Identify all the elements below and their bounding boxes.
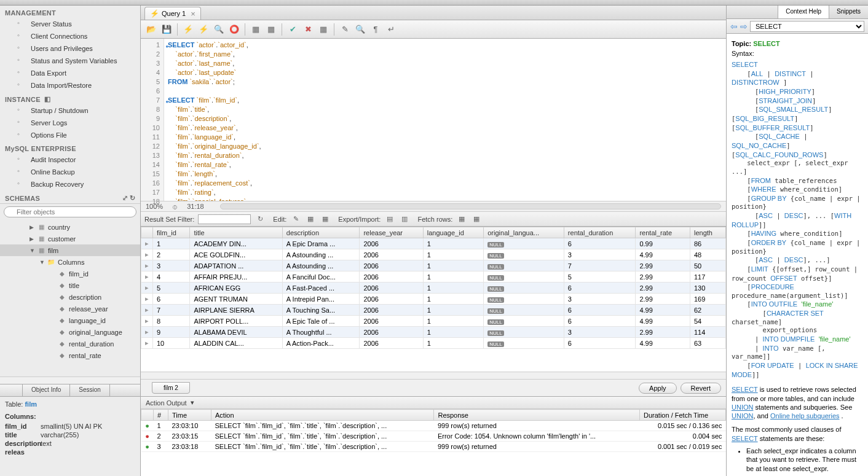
column-header[interactable]: original_langua... [484, 227, 564, 238]
apply-button[interactable]: Apply [639, 383, 677, 394]
nav-item[interactable]: ◦Server Logs [0, 117, 140, 129]
help-link-union2[interactable]: UNION [732, 412, 753, 419]
result-grid[interactable]: film_idtitledescriptionrelease_yearlangu… [141, 227, 726, 372]
query-tab[interactable]: ⚡ Query 1 × [144, 7, 201, 20]
explain-icon[interactable]: 🔍 [212, 23, 226, 36]
column-header[interactable]: release_year [360, 227, 423, 238]
revert-button[interactable]: Revert [681, 383, 721, 394]
object-info-pane: Table: film Columns: film_idsmallint(5) … [0, 396, 140, 476]
management-header: MANAGEMENT [0, 6, 140, 18]
refresh-icon[interactable]: ↻ [130, 194, 135, 202]
nav-item[interactable]: ◦Startup / Shutdown [0, 104, 140, 117]
nav-item[interactable]: ◦Backup Recovery [0, 178, 140, 190]
tree-column[interactable]: ◆title [0, 279, 140, 291]
tree-column[interactable]: ◆language_id [0, 314, 140, 326]
tree-table[interactable]: ▶▦customer [0, 233, 140, 244]
table-row[interactable]: ▸2ACE GOLDFIN...A Astounding ...20061NUL… [141, 249, 726, 260]
nav-fwd-icon[interactable]: ⇨ [740, 21, 748, 31]
schema-filter-input[interactable] [4, 206, 136, 217]
column-header[interactable]: description [282, 227, 360, 238]
cancel-icon[interactable]: ✖ [301, 23, 315, 36]
tab-object-info[interactable]: Object Info [22, 384, 70, 396]
action-row[interactable]: ●323:03:18SELECT `film`.`film_id`, `film… [141, 442, 726, 452]
invisible-icon[interactable]: ↵ [384, 23, 398, 36]
bolt-icon: ⚡ [150, 9, 159, 18]
help-link-select[interactable]: SELECT [732, 386, 758, 393]
tree-table[interactable]: ▶▦country [0, 221, 140, 233]
save-icon[interactable]: 💾 [160, 23, 173, 36]
table-row[interactable]: ▸8AIRPORT POLL...A Epic Tale of ...20061… [141, 316, 726, 327]
column-header[interactable]: rental_duration [564, 227, 636, 238]
autocommit-icon[interactable]: ✔ [286, 23, 299, 36]
dropdown-icon[interactable]: ▾ [191, 399, 194, 407]
sql-editor[interactable]: 123456789101112131415161718 SELECT `acto… [141, 39, 726, 201]
export-icon[interactable]: ▤ [384, 214, 395, 225]
table-row[interactable]: ▸6AGENT TRUMANA Intrepid Pan...20061NULL… [141, 294, 726, 305]
result-tab[interactable]: film 2 [152, 382, 190, 394]
table-row[interactable]: ▸3ADAPTATION ...A Astounding ...20061NUL… [141, 260, 726, 271]
table-row[interactable]: ▸10ALADDIN CAL...A Action-Pack...20061NU… [141, 338, 726, 349]
tree-table[interactable]: ▼▦film [0, 244, 140, 256]
action-row[interactable]: ●123:03:10SELECT `film`.`film_id`, `film… [141, 421, 726, 431]
navigator-panel: MANAGEMENT ◦Server Status◦Client Connect… [0, 6, 141, 476]
table-row[interactable]: ▸4AFFAIR PREJU...A Fanciful Doc...20061N… [141, 271, 726, 283]
rollback-icon[interactable]: ▦ [264, 23, 278, 36]
beautify-icon[interactable]: ✎ [338, 23, 352, 36]
close-icon[interactable]: × [191, 9, 195, 18]
help-link-subqueries[interactable]: Online help subqueries [770, 412, 840, 419]
stop-icon[interactable]: ⭕ [227, 23, 241, 36]
nav-item[interactable]: ◦Data Export [0, 67, 140, 79]
execute-icon[interactable]: ⚡ [181, 23, 195, 36]
column-header[interactable]: length [690, 227, 725, 238]
nav-item[interactable]: ◦Status and System Variables [0, 55, 140, 67]
fetch-all-icon[interactable]: ▦ [471, 214, 482, 225]
tree-column[interactable]: ◆rental_rate [0, 349, 140, 361]
tree-column[interactable]: ◆rental_duration [0, 338, 140, 349]
help-topic-select[interactable]: SELECT [750, 21, 864, 32]
fetch-next-icon[interactable]: ▦ [456, 214, 467, 225]
table-row[interactable]: ▸7AIRPLANE SIERRAA Touching Sa...20061NU… [141, 305, 726, 316]
edit-icon[interactable]: ✎ [290, 214, 301, 225]
table-row[interactable]: ▸5AFRICAN EGGA Fast-Paced ...20061NULL62… [141, 283, 726, 294]
nav-item[interactable]: ◦Data Import/Restore [0, 79, 140, 92]
nav-item[interactable]: ◦Audit Inspector [0, 154, 140, 166]
find-icon[interactable]: 🔍 [353, 23, 367, 36]
nav-item[interactable]: ◦Client Connections [0, 30, 140, 42]
schema-tree[interactable]: ▶▦country▶▦customer▼▦film▼📁Columns◆film_… [0, 220, 140, 377]
table-row[interactable]: ▸1ACADEMY DIN...A Epic Drama ...20061NUL… [141, 238, 726, 249]
delete-row-icon[interactable]: ▦ [320, 214, 331, 225]
nav-item[interactable]: ◦Users and Privileges [0, 42, 140, 55]
help-link-union[interactable]: UNION [732, 404, 753, 411]
nav-item[interactable]: ◦Online Backup [0, 166, 140, 178]
action-row[interactable]: ●223:03:15SELECT `film`.`film_id`, `film… [141, 431, 726, 442]
column-header[interactable]: language_id [423, 227, 483, 238]
import-icon[interactable]: ▥ [399, 214, 410, 225]
execute-cursor-icon[interactable]: ⚡ [197, 23, 210, 36]
tree-column[interactable]: ◆description [0, 291, 140, 303]
open-file-icon[interactable]: 📂 [144, 23, 158, 36]
expand-icon[interactable]: ⤢ [122, 194, 128, 202]
limit-icon[interactable]: ▦ [317, 23, 330, 36]
nav-back-icon[interactable]: ⇦ [730, 21, 738, 31]
column-header[interactable]: title [190, 227, 282, 238]
wrap-icon[interactable]: ¶ [369, 23, 382, 36]
nav-icon: ◦ [17, 130, 27, 140]
help-panel: Context Help Snippets ⇦ ⇨ SELECT Topic: … [726, 6, 868, 476]
tree-column[interactable]: ◆original_language [0, 326, 140, 338]
tab-snippets[interactable]: Snippets [829, 6, 868, 18]
tree-column[interactable]: ◆film_id [0, 268, 140, 279]
column-header[interactable]: rental_rate [636, 227, 690, 238]
tree-column[interactable]: ◆release_year [0, 303, 140, 314]
table-row[interactable]: ▸9ALABAMA DEVILA Thoughtful ...20061NULL… [141, 327, 726, 338]
tab-context-help[interactable]: Context Help [778, 6, 829, 18]
nav-item[interactable]: ◦Options File [0, 129, 140, 141]
refresh-icon[interactable]: ↻ [254, 214, 266, 225]
nav-item[interactable]: ◦Server Status [0, 18, 140, 30]
result-filter-input[interactable] [198, 214, 251, 224]
action-output: Action Output▾ #TimeActionResponseDurati… [141, 396, 726, 476]
column-header[interactable]: film_id [153, 227, 190, 238]
tab-session[interactable]: Session [70, 384, 110, 396]
commit-icon[interactable]: ▦ [249, 23, 262, 36]
add-row-icon[interactable]: ▦ [305, 214, 316, 225]
tree-columns-folder[interactable]: ▼📁Columns [0, 256, 140, 268]
